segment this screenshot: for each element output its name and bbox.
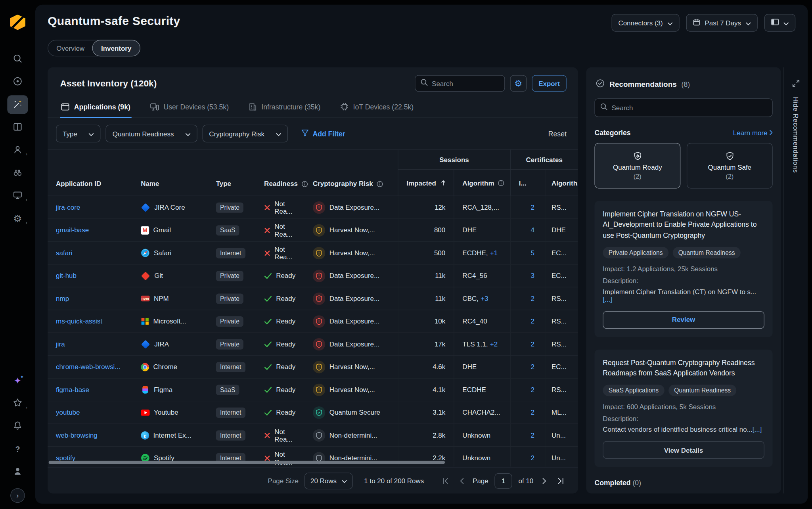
page-size-dropdown[interactable]: 20 Rows [305, 473, 353, 489]
sidebar-item-notifications[interactable] [7, 417, 28, 435]
sidebar-item-favorites[interactable]: › [7, 394, 28, 413]
app-logo[interactable] [10, 15, 25, 30]
collapse-recommendations-button[interactable] [792, 80, 799, 88]
sidebar-item-discover[interactable] [7, 164, 28, 182]
table-row[interactable]: gmail-baseMGmailSaaSNot Rea...Harvest No… [48, 219, 578, 241]
scrollbar-thumb[interactable] [49, 461, 445, 464]
sidebar-item-explore[interactable] [7, 73, 28, 91]
view-details-button[interactable]: View Details [603, 441, 764, 459]
application-id-link[interactable]: figma-base [56, 386, 89, 394]
table-settings-button[interactable]: ⚙ [510, 75, 527, 92]
sidebar-item-monitoring[interactable]: › [7, 186, 28, 205]
column-name[interactable]: Name [132, 149, 207, 195]
column-type[interactable]: Type [208, 149, 256, 195]
tab-overview[interactable]: Overview [48, 40, 93, 57]
table-row[interactable]: figma-baseFigmaSaaSReadyHarvest Now,...4… [48, 379, 578, 401]
certificates-count-link[interactable]: 2 [530, 295, 534, 302]
category-quantum-ready[interactable]: Quantum Ready(2) [594, 143, 680, 188]
info-icon[interactable] [498, 180, 505, 186]
certificates-count-link[interactable]: 2 [530, 386, 534, 394]
first-page-button[interactable] [440, 477, 451, 484]
previous-page-button[interactable] [457, 477, 467, 484]
filter-cryptography-risk[interactable]: Cryptography Risk [202, 125, 287, 142]
certificates-count-link[interactable]: 2 [530, 409, 534, 417]
export-button[interactable]: Export [532, 75, 567, 92]
inventory-search-input[interactable] [432, 79, 499, 87]
application-id-link[interactable]: gmail-base [56, 226, 89, 234]
tab-iot-devices-22-5k[interactable]: IoT Devices (22.5k) [339, 98, 414, 118]
column-application-id[interactable]: Application ID [48, 149, 132, 195]
application-id-link[interactable]: safari [56, 249, 73, 257]
sparkles-icon: ✦✦ [14, 376, 21, 385]
tab-applications-9k[interactable]: Applications (9k) [60, 98, 132, 118]
table-row[interactable]: jiraJIRAPrivateReadyData Exposure...17kT… [48, 333, 578, 356]
layout-dropdown[interactable] [764, 14, 795, 31]
application-id-link[interactable]: web-browsing [56, 431, 98, 439]
expand-description-link[interactable]: [...] [603, 295, 612, 303]
table-row[interactable]: youtubeYoutubeInternetReadyQuantum Secur… [48, 401, 578, 424]
page-number-input[interactable] [494, 473, 512, 488]
column-readiness[interactable]: Readiness [256, 149, 304, 195]
table-row[interactable]: chrome-web-browsi...ChromeInternetReadyH… [48, 356, 578, 378]
table-row[interactable]: web-browsingeInternet Ex...InternetNot R… [48, 424, 578, 447]
certificates-count-link[interactable]: 2 [530, 363, 534, 371]
sidebar-item-ai-assistant[interactable]: ✦✦ [7, 371, 28, 390]
sidebar-item-settings[interactable]: ⚙› [7, 209, 28, 228]
certificates-count-link[interactable]: 2 [530, 318, 534, 325]
application-id-link[interactable]: chrome-web-browsi... [56, 363, 120, 371]
certificates-count-link[interactable]: 2 [530, 203, 534, 211]
info-icon[interactable] [377, 181, 383, 188]
learn-more-link[interactable]: Learn more [733, 129, 773, 137]
column-algorithm[interactable]: Algorithm [454, 170, 510, 195]
certificates-count-link[interactable]: 3 [530, 272, 534, 280]
application-id-link[interactable]: jira-core [56, 203, 80, 211]
algorithm-more-link[interactable]: +1 [490, 249, 498, 257]
sidebar-item-search[interactable] [7, 50, 28, 68]
filter-type[interactable]: Type [56, 125, 101, 142]
add-filter-button[interactable]: Add Filter [301, 130, 345, 138]
sort-ascending-icon[interactable] [441, 180, 446, 186]
completed-section[interactable]: Completed (0) [594, 479, 772, 487]
tab-user-devices-53-5k[interactable]: User Devices (53.5k) [149, 98, 230, 118]
sidebar-item-personas[interactable]: › [7, 141, 28, 159]
sidebar-item-quantum-security[interactable] [7, 95, 28, 114]
filter-quantum-readiness[interactable]: Quantum Readiness [106, 125, 197, 142]
column-cryptography-risk[interactable]: Cryptography Risk [304, 149, 398, 195]
application-id-link[interactable]: git-hub [56, 272, 77, 280]
sidebar-item-boards[interactable] [7, 118, 28, 137]
certificates-count-link[interactable]: 4 [530, 226, 534, 234]
application-id-link[interactable]: jira [56, 340, 65, 348]
sidebar-item-profile[interactable] [7, 462, 28, 481]
shield-gear-icon [634, 151, 642, 160]
column-cert-algorithm[interactable]: Algorith... [545, 170, 578, 195]
sidebar-expand-button[interactable]: › [10, 488, 25, 503]
reset-filters-button[interactable]: Reset [548, 130, 567, 138]
sidebar-item-help[interactable]: ? [7, 440, 28, 458]
next-page-button[interactable] [540, 477, 549, 484]
certificates-count-link[interactable]: 2 [530, 340, 534, 348]
table-row[interactable]: safariSafariInternetNot Rea...Harvest No… [48, 242, 578, 264]
hide-recommendations-label[interactable]: Hide Recommendations [792, 97, 800, 173]
application-id-link[interactable]: nmp [56, 295, 69, 302]
application-id-link[interactable]: youtube [56, 409, 80, 417]
table-row[interactable]: nmpnpmNPMPrivateReadyData Exposure...11k… [48, 287, 578, 310]
algorithm-more-link[interactable]: +3 [481, 295, 488, 302]
last-page-button[interactable] [555, 477, 567, 484]
algorithm-more-link[interactable]: +2 [490, 340, 498, 348]
time-range-dropdown[interactable]: Past 7 Days [686, 14, 757, 31]
table-row[interactable]: git-hubGitPrivateReadyData Exposure...11… [48, 264, 578, 287]
column-impacted[interactable]: Impacted [398, 170, 454, 195]
table-row[interactable]: ms-quick-assistMicrosoft...PrivateReadyD… [48, 310, 578, 333]
tab-inventory[interactable]: Inventory [92, 40, 140, 57]
certificates-count-link[interactable]: 2 [530, 431, 534, 439]
column-cert-impacted[interactable]: I... [510, 170, 545, 195]
application-id-link[interactable]: ms-quick-assist [56, 318, 102, 325]
category-quantum-safe[interactable]: Quantum Safe(2) [687, 143, 773, 188]
connectors-dropdown[interactable]: Connectors (3) [611, 14, 679, 31]
expand-description-link[interactable]: [...] [753, 426, 762, 434]
tab-infrastructure-35k[interactable]: Infrastructure (35k) [247, 98, 322, 118]
certificates-count-link[interactable]: 5 [530, 249, 534, 257]
table-row[interactable]: jira-coreJIRA CorePrivateNot Rea...Data … [48, 196, 578, 219]
review-button[interactable]: Review [603, 311, 764, 329]
recommendations-search-input[interactable] [612, 104, 767, 112]
